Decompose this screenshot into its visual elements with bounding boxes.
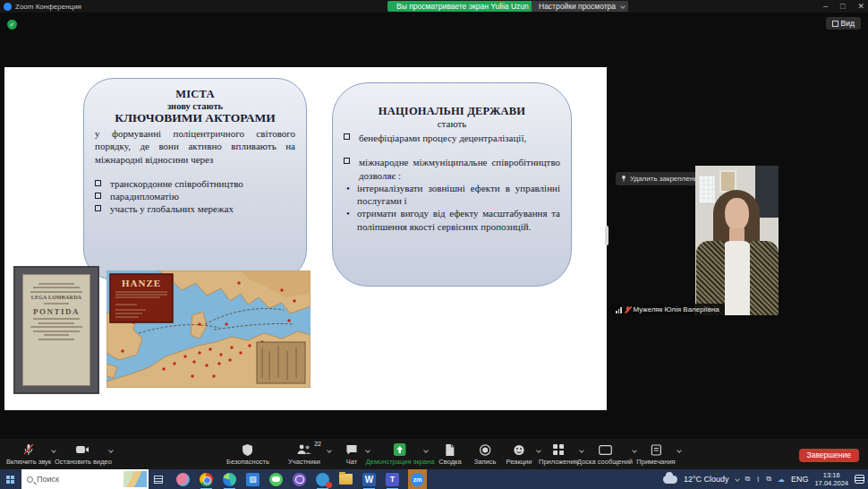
background-calendar [698,175,716,204]
share-screen-icon [394,443,406,456]
taskbar-search-input[interactable]: Поиск [21,469,149,489]
plaque-line [44,303,69,305]
notification-center-icon[interactable] [855,475,864,484]
shared-slide: МІСТА знову стають КЛЮЧОВИМИ АКТОРАМИ у … [4,67,607,410]
notes-options-chevron[interactable] [677,448,682,453]
search-icon [27,476,33,483]
app-icon-zoom-active[interactable]: zm [408,469,427,489]
hanse-map-image: HANZE [106,270,311,388]
box2-subtitle: стають [344,118,560,129]
meeting-area: ✓ Вид МІСТА знову стають КЛЮЧОВИМИ АКТОР… [0,13,868,439]
weather-text[interactable]: 12°C Cloudy [684,475,729,484]
notes-button[interactable]: Примечания [636,443,675,466]
search-placeholder: Поиск [37,475,59,484]
list-item: транскордонне співробітництво [95,178,295,189]
search-daily-image[interactable] [123,471,147,487]
box1-subtitle: знову стають [95,101,295,111]
onedrive-cloud-icon[interactable]: ☁ [778,476,785,484]
app-icon-messenger[interactable] [315,472,330,487]
plaque-line [38,283,74,285]
clock[interactable]: 13:16 17.04.2024 [814,471,848,488]
plaque-line [30,326,82,328]
app-icon-wechat[interactable] [268,472,284,487]
slide-box-cities: МІСТА знову стають КЛЮЧОВИМИ АКТОРАМИ у … [83,78,307,280]
tray-display-icon[interactable]: ⧉ [766,475,771,484]
language-indicator[interactable]: ENG [791,475,809,484]
notes-icon [651,443,661,456]
box1-title: МІСТА [95,88,295,101]
app-icon-edge[interactable] [222,472,237,487]
svg-text:HANZE: HANZE [122,278,161,288]
view-button[interactable]: Вид [826,17,861,30]
smiley-icon [513,443,524,456]
camera-icon [76,443,89,456]
stop-video-button[interactable]: Остановить видео [55,443,112,466]
grid-icon [832,21,838,27]
task-view-button[interactable] [149,469,168,489]
time: 13:16 [823,471,840,479]
participants-button[interactable]: 22 Участники [288,443,320,466]
record-button[interactable]: Запись [474,443,497,466]
whiteboard-icon [598,443,611,456]
participants-options-chevron[interactable] [327,448,332,453]
reactions-button[interactable]: Реакции [506,443,532,466]
summary-button[interactable]: Сводка [438,443,461,466]
mic-muted-icon [23,443,34,456]
plaque-title: PONTIDA [26,307,87,316]
box1-body: у формуванні поліцентричного світового п… [95,127,295,166]
zoom-window: Zoom Конференция Вы просматриваете экран… [0,0,868,489]
spacer [344,144,560,156]
wifi-icon[interactable]: ⌇ [756,476,760,484]
end-meeting-button[interactable]: Завершение [799,449,859,462]
person-blazer [750,241,779,315]
remove-pin-button[interactable]: Удалить закрепление [616,172,708,185]
app-icon-mail[interactable]: ▨ [245,472,260,487]
plaque-line [33,330,80,332]
window-title: Zoom Конференция [15,3,81,11]
square-bullet-icon [95,180,101,186]
chat-button[interactable]: Чат [346,443,358,466]
screen-share-banner: Вы просматриваете экран Yuliia Uzun [387,1,538,12]
box2-sub-bullets: •інтерналізувати зовнішні ефекти в управ… [344,182,560,233]
person-face [725,198,749,231]
slide-box-states: НАЦІОНАЛЬНІ ДЕРЖАВИ стають бенефіціарами… [332,82,572,287]
box1-bullet-list: транскордонне співробітництво парадиплом… [95,178,295,214]
share-screen-button[interactable]: Демонстрация экрана [366,443,435,466]
app-icon-word[interactable]: W [362,472,377,487]
apps-grid-icon [553,443,564,456]
security-shield-icon[interactable]: ✓ [7,20,17,30]
person-shirt [723,241,751,315]
whiteboard-button[interactable]: Доска сообщений [577,443,633,466]
task-view-icon [154,476,163,484]
app-icon-viber[interactable] [292,472,307,487]
tray-page-icon[interactable]: ⧉ [745,475,751,484]
panel-collapse-handle[interactable] [605,226,608,245]
minimize-button[interactable]: – [823,2,828,11]
close-button[interactable]: ✕ [857,2,864,11]
app-icon-file-explorer[interactable] [338,472,353,487]
list-item: бенефіціарами процесу децентралізації, [344,132,560,144]
hidden-icons-chevron[interactable] [735,476,740,482]
apps-button[interactable]: Приложения [539,443,578,466]
plaque-line [33,318,80,320]
list-item: •інтерналізувати зовнішні ефекти в управ… [344,182,560,208]
security-button[interactable]: Безопасность [226,443,269,466]
shield-icon [243,443,253,456]
start-button[interactable] [0,469,21,489]
weather-cloud-icon[interactable] [663,476,677,484]
list-item: міжнародне міжмуніципальне співробітницт… [344,156,560,182]
participant-video[interactable] [695,166,779,315]
dot-bullet-icon: • [346,207,350,219]
unmute-button[interactable]: Включить звук [6,443,51,466]
system-tray: 12°C Cloudy ⧉ ⌇ ⧉ ☁ ENG 13:16 17.04.2024 [663,469,868,489]
zoom-toolbar: Включить звук Остановить видео Безопасно… [0,439,868,469]
app-icon-teams[interactable]: T [385,472,400,487]
app-icon-chrome[interactable] [199,472,214,487]
chevron-down-icon [620,4,625,9]
app-icon-paint3d[interactable] [175,472,191,487]
participant-name: Мужеляк Юлія Валеріївна [634,304,719,316]
view-settings-button[interactable]: Настройки просмотра [532,1,628,12]
signal-strength-icon [616,307,622,313]
windows-taskbar: Поиск ▨ W T zm 12°C Cloudy ⧉ ⌇ ⧉ ☁ ENG [0,469,868,489]
maximize-button[interactable]: □ [840,2,845,11]
